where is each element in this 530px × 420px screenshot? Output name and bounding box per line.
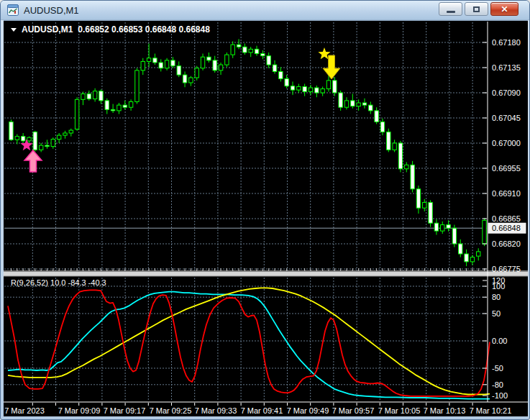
- oscillator-lines: [8, 288, 490, 398]
- chart-window: AUDUSD,M1 ✕ 0.671800.671350.670900.67045…: [0, 0, 530, 420]
- title-bar[interactable]: AUDUSD,M1 ✕: [1, 1, 529, 20]
- indicator-axis[interactable]: 12010080500.00-50-80-100: [483, 276, 508, 400]
- minimize-button[interactable]: [439, 2, 462, 16]
- svg-text:7 Mar 09:25: 7 Mar 09:25: [150, 406, 192, 415]
- svg-text:0.66775: 0.66775: [492, 265, 521, 273]
- svg-text:-80: -80: [492, 380, 503, 389]
- chart-client-area: 0.671800.671350.670900.670450.670000.669…: [4, 20, 528, 416]
- svg-text:50: 50: [492, 309, 501, 318]
- svg-text:7 Mar 10:13: 7 Mar 10:13: [424, 406, 466, 415]
- svg-text:0.66910: 0.66910: [492, 189, 521, 198]
- svg-text:0.66865: 0.66865: [492, 214, 521, 223]
- yellow-down-arrow-marker: [323, 55, 340, 79]
- restore-icon: [473, 6, 480, 12]
- svg-text:80: 80: [492, 293, 501, 301]
- svg-text:7 Mar 09:49: 7 Mar 09:49: [287, 406, 329, 415]
- svg-text:0.67135: 0.67135: [492, 63, 521, 72]
- svg-text:0.66820: 0.66820: [492, 239, 521, 248]
- svg-text:7 Mar 09:33: 7 Mar 09:33: [195, 406, 237, 415]
- candles: [9, 39, 486, 266]
- svg-text:7 Mar 09:41: 7 Mar 09:41: [241, 406, 283, 415]
- svg-text:0.67090: 0.67090: [492, 88, 521, 97]
- price-axis[interactable]: 0.671800.671350.670900.670450.670000.669…: [483, 38, 526, 273]
- svg-text:7 Mar 09:57: 7 Mar 09:57: [332, 406, 375, 415]
- svg-text:7 Mar 09:17: 7 Mar 09:17: [104, 406, 146, 415]
- svg-text:0.67045: 0.67045: [492, 114, 521, 122]
- chart-ohlc-header: AUDUSD,M1 0.66852 0.66853 0.66848 0.6684…: [11, 24, 210, 35]
- svg-text:7 Mar 10:05: 7 Mar 10:05: [378, 406, 421, 415]
- svg-text:0.66848: 0.66848: [492, 224, 521, 232]
- svg-text:0.67180: 0.67180: [492, 38, 521, 47]
- red-oscillator-line: [8, 290, 490, 396]
- chart-ohlc-values: 0.66852 0.66853 0.66848 0.66848: [78, 24, 210, 35]
- close-button[interactable]: ✕: [490, 2, 518, 16]
- svg-text:7 Mar 10:21: 7 Mar 10:21: [470, 406, 512, 415]
- svg-text:0.66955: 0.66955: [492, 164, 521, 173]
- time-axis[interactable]: 7 Mar 20237 Mar 09:097 Mar 09:177 Mar 09…: [4, 406, 511, 415]
- svg-text:7 Mar 09:09: 7 Mar 09:09: [58, 406, 101, 415]
- chart-canvas[interactable]: 0.671800.671350.670900.670450.670000.669…: [4, 21, 528, 417]
- chart-icon: [7, 4, 19, 16]
- svg-text:0.00: 0.00: [492, 337, 507, 345]
- svg-text:0.67000: 0.67000: [492, 139, 521, 147]
- svg-text:100: 100: [492, 282, 505, 291]
- symbol-dropdown-icon[interactable]: [11, 28, 17, 32]
- restore-button[interactable]: [465, 2, 488, 16]
- cyan-oscillator-line: [8, 292, 490, 399]
- svg-text:-50: -50: [492, 364, 503, 373]
- minimize-icon: [447, 11, 455, 13]
- window-controls: ✕: [439, 2, 524, 16]
- svg-text:7 Mar 2023: 7 Mar 2023: [4, 406, 45, 415]
- close-icon: ✕: [501, 5, 508, 14]
- svg-text:-100: -100: [492, 391, 508, 400]
- indicator-label: R(9,26,52) 10.0 -84.3 -40.3: [11, 278, 106, 287]
- chart-symbol-label: AUDUSD,M1: [22, 24, 73, 35]
- window-title: AUDUSD,M1: [24, 5, 79, 16]
